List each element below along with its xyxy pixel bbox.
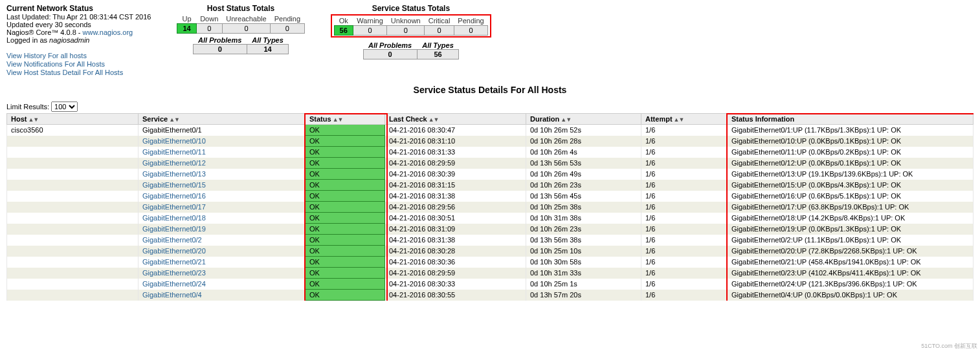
svc-col-pending[interactable]: Pending xyxy=(454,16,487,26)
link-notifications[interactable]: View Notifications For All Hosts xyxy=(6,60,105,68)
table-row: GigabitEthernet0/10OK04-21-2016 08:31:10… xyxy=(7,136,974,147)
svc-val-warning[interactable]: 0 xyxy=(353,26,387,36)
host-sub-table: All Problems All Types 0 14 xyxy=(193,36,289,54)
logged-in-prefix: Logged in as xyxy=(6,36,49,44)
service-link[interactable]: GigabitEthernet0/10 xyxy=(142,137,206,145)
product-link[interactable]: www.nagios.org xyxy=(83,28,133,36)
cell-host xyxy=(7,235,139,246)
host-col-pending[interactable]: Pending xyxy=(271,14,304,24)
svc-val-pending[interactable]: 0 xyxy=(454,26,487,36)
table-row: GigabitEthernet0/12OK04-21-2016 08:29:59… xyxy=(7,158,974,169)
cell-host xyxy=(7,246,139,257)
sort-icon[interactable]: ▲▼ xyxy=(674,116,684,123)
service-link[interactable]: GigabitEthernet0/16 xyxy=(142,192,206,200)
cell-last-check: 04-21-2016 08:30:39 xyxy=(385,169,526,180)
host-val-down[interactable]: 0 xyxy=(196,24,222,34)
host-problems-label[interactable]: All Problems xyxy=(193,36,247,45)
cell-last-check: 04-21-2016 08:30:47 xyxy=(385,125,526,136)
service-link[interactable]: GigabitEthernet0/15 xyxy=(142,181,206,189)
col-attempt[interactable]: Attempt▲▼ xyxy=(641,114,728,125)
host-val-up[interactable]: 14 xyxy=(177,24,196,34)
service-totals-table: Ok Warning Unknown Critical Pending 56 0… xyxy=(334,16,489,36)
host-problems-val[interactable]: 0 xyxy=(193,45,247,54)
sort-icon[interactable]: ▲▼ xyxy=(28,116,38,123)
table-row: GigabitEthernet0/13OK04-21-2016 08:30:39… xyxy=(7,169,974,180)
host-col-up[interactable]: Up xyxy=(177,14,196,24)
cell-status-info: GigabitEthernet0/23:UP (4102.4KBps/411.4… xyxy=(728,268,974,279)
service-link[interactable]: GigabitEthernet0/18 xyxy=(142,214,206,222)
col-duration[interactable]: Duration▲▼ xyxy=(526,114,641,125)
cell-attempt: 1/6 xyxy=(641,136,728,147)
host-col-unreachable[interactable]: Unreachable xyxy=(222,14,270,24)
svc-col-critical[interactable]: Critical xyxy=(425,16,454,26)
cell-duration: 0d 10h 26m 28s xyxy=(526,136,641,147)
cell-status: OK xyxy=(306,158,385,169)
cell-status: OK xyxy=(306,213,385,224)
col-last-check[interactable]: Last Check▲▼ xyxy=(385,114,526,125)
svc-val-unknown[interactable]: 0 xyxy=(387,26,425,36)
cell-service: GigabitEthernet0/23 xyxy=(139,268,306,279)
sort-icon[interactable]: ▲▼ xyxy=(169,116,179,123)
svc-col-warning[interactable]: Warning xyxy=(353,16,387,26)
cell-host xyxy=(7,213,139,224)
col-host[interactable]: Host▲▼ xyxy=(7,114,139,125)
svc-col-unknown[interactable]: Unknown xyxy=(387,16,425,26)
cell-service: GigabitEthernet0/17 xyxy=(139,202,306,213)
service-link[interactable]: GigabitEthernet0/11 xyxy=(142,148,206,156)
service-link[interactable]: GigabitEthernet0/2 xyxy=(142,236,202,244)
host-alltypes-label[interactable]: All Types xyxy=(247,36,289,45)
cell-duration: 0d 10h 25m 38s xyxy=(526,202,641,213)
network-status-title: Current Network Status xyxy=(6,4,151,13)
limit-select[interactable]: 100 xyxy=(51,102,78,112)
cell-host xyxy=(7,268,139,279)
service-link[interactable]: GigabitEthernet0/4 xyxy=(142,291,202,299)
host-val-pending[interactable]: 0 xyxy=(271,24,304,34)
cell-status: OK xyxy=(306,169,385,180)
host-alltypes-val[interactable]: 14 xyxy=(247,45,289,54)
service-link[interactable]: GigabitEthernet0/19 xyxy=(142,225,206,233)
svc-col-ok[interactable]: Ok xyxy=(334,16,353,26)
cell-status: OK xyxy=(306,246,385,257)
cell-host xyxy=(7,191,139,202)
product-name: Nagios® Core™ 4.0.8 - xyxy=(6,28,83,36)
col-status-info[interactable]: Status Information xyxy=(728,114,974,125)
table-row: cisco3560GigabitEthernet0/1OK04-21-2016 … xyxy=(7,125,974,136)
product-line: Nagios® Core™ 4.0.8 - www.nagios.org xyxy=(6,28,151,36)
cell-attempt: 1/6 xyxy=(641,191,728,202)
service-link[interactable]: GigabitEthernet0/20 xyxy=(142,247,206,255)
sort-icon[interactable]: ▲▼ xyxy=(429,116,439,123)
sort-icon[interactable]: ▲▼ xyxy=(333,116,343,123)
cell-attempt: 1/6 xyxy=(641,169,728,180)
cell-last-check: 04-21-2016 08:31:10 xyxy=(385,136,526,147)
cell-service: GigabitEthernet0/19 xyxy=(139,224,306,235)
svc-alltypes-val[interactable]: 56 xyxy=(417,50,459,59)
link-history[interactable]: View History For all hosts xyxy=(6,52,87,59)
service-link[interactable]: GigabitEthernet0/24 xyxy=(142,280,206,288)
table-row: GigabitEthernet0/16OK04-21-2016 08:31:38… xyxy=(7,191,974,202)
col-service[interactable]: Service▲▼ xyxy=(139,114,306,125)
svc-alltypes-label[interactable]: All Types xyxy=(417,41,459,50)
cell-status-info: GigabitEthernet0/4:UP (0.0KBps/0.0KBps):… xyxy=(728,290,974,301)
cell-attempt: 1/6 xyxy=(641,235,728,246)
svc-problems-val[interactable]: 0 xyxy=(363,50,417,59)
cell-status: OK xyxy=(306,224,385,235)
service-link[interactable]: GigabitEthernet0/23 xyxy=(142,269,206,277)
cell-host xyxy=(7,202,139,213)
col-status[interactable]: Status▲▼ xyxy=(306,114,385,125)
svc-val-critical[interactable]: 0 xyxy=(425,26,454,36)
service-link[interactable]: GigabitEthernet0/17 xyxy=(142,203,206,211)
cell-last-check: 04-21-2016 08:30:28 xyxy=(385,246,526,257)
link-host-detail[interactable]: View Host Status Detail For All Hosts xyxy=(6,69,123,76)
table-row: GigabitEthernet0/23OK04-21-2016 08:29:59… xyxy=(7,268,974,279)
cell-status: OK xyxy=(306,290,385,301)
host-val-unreachable[interactable]: 0 xyxy=(222,24,270,34)
service-link[interactable]: GigabitEthernet0/21 xyxy=(142,258,206,266)
sort-icon[interactable]: ▲▼ xyxy=(561,116,571,123)
cell-last-check: 04-21-2016 08:30:33 xyxy=(385,279,526,290)
svc-val-ok[interactable]: 56 xyxy=(334,26,353,36)
service-link[interactable]: GigabitEthernet0/12 xyxy=(142,159,206,167)
svc-problems-label[interactable]: All Problems xyxy=(363,41,417,50)
cell-attempt: 1/6 xyxy=(641,158,728,169)
host-col-down[interactable]: Down xyxy=(196,14,222,24)
service-link[interactable]: GigabitEthernet0/13 xyxy=(142,170,206,178)
